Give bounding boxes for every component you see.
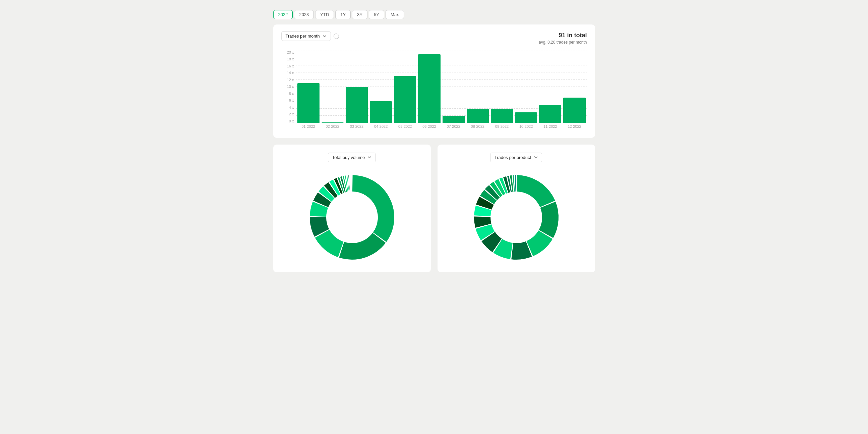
x-label: 09-2022 [491,123,513,131]
bar-col [515,51,537,123]
chart-total: 91 in total [539,31,587,39]
bar-col [321,51,344,123]
time-btn-ytd[interactable]: YTD [315,10,334,19]
x-label: 03-2022 [346,123,368,131]
y-label: 8 x [281,92,296,96]
donut-1-dropdown-label: Total buy volume [332,155,365,160]
donut-card-1: Total buy volume [273,145,431,272]
bar-col [394,51,416,123]
time-btn-max[interactable]: Max [385,10,404,19]
bar[interactable] [563,98,585,123]
bar[interactable] [491,108,513,123]
y-label: 4 x [281,106,296,109]
bar[interactable] [346,87,368,123]
x-label: 12-2022 [563,123,585,131]
bar-col [563,51,585,123]
bar-col [539,51,561,123]
donut-2-dropdown[interactable]: Trades per product [490,153,542,162]
y-label: 10 x [281,85,296,89]
info-icon[interactable]: i [334,34,339,39]
bar[interactable] [539,105,561,123]
main-container: 20222023YTD1Y3Y5YMax Trades per month i … [273,10,595,272]
x-label: 10-2022 [515,123,537,131]
bar[interactable] [298,83,319,123]
bar[interactable] [467,108,489,123]
time-btn-5y[interactable]: 5Y [369,10,384,19]
time-btn-2023[interactable]: 2023 [294,10,314,19]
bar-col [442,51,465,123]
donut-chart-1 [305,170,399,264]
y-label: 0 x [281,119,296,123]
chevron-down-icon [322,34,327,38]
bar-chart-card: Trades per month i 91 in total avg. 8.20… [273,25,595,138]
donut-chart-2 [469,170,563,264]
chart-summary: 91 in total avg. 8.20 trades per month [539,31,587,45]
y-label: 14 x [281,71,296,75]
donut-segment[interactable] [339,233,385,259]
bar[interactable] [515,112,537,123]
bar-col [418,51,440,123]
donut-card-2: Trades per product [437,145,595,272]
donut-2-dropdown-label: Trades per product [495,155,531,160]
donut-1-dropdown[interactable]: Total buy volume [328,153,376,162]
chevron-down-icon [367,155,371,159]
x-label: 05-2022 [394,123,416,131]
bar[interactable] [394,76,416,123]
y-label: 6 x [281,99,296,102]
x-label: 02-2022 [321,123,344,131]
x-labels: 01-202202-202203-202204-202205-202206-20… [296,123,587,131]
donut-1-header: Total buy volume [281,153,423,162]
x-label: 08-2022 [467,123,489,131]
donut-segment[interactable] [345,176,348,192]
time-btn-3y[interactable]: 3Y [352,10,367,19]
bar[interactable] [370,101,392,123]
chevron-down-icon [534,155,538,159]
chart-avg: avg. 8.20 trades per month [539,39,587,45]
bar-col [491,51,513,123]
donut-segment[interactable] [352,175,394,242]
bar-chart-dropdown[interactable]: Trades per month [281,31,331,41]
x-label: 06-2022 [418,123,440,131]
bar-chart-header: Trades per month i 91 in total avg. 8.20… [281,31,587,45]
y-label: 16 x [281,64,296,68]
y-axis: 0 x2 x4 x6 x8 x10 x12 x14 x16 x18 x20 x [281,51,296,123]
bar[interactable] [442,116,465,123]
y-label: 20 x [281,51,296,54]
x-label: 04-2022 [370,123,392,131]
y-label: 12 x [281,78,296,82]
x-label: 07-2022 [442,123,465,131]
bars-container: 01-202202-202203-202204-202205-202206-20… [296,51,587,131]
bars-row [296,51,587,123]
time-filter-row: 20222023YTD1Y3Y5YMax [273,10,595,19]
bar[interactable] [418,54,440,123]
donut-2-header: Trades per product [445,153,587,162]
donut-segment[interactable] [515,175,516,191]
y-label: 2 x [281,112,296,116]
donut-segment[interactable] [517,175,555,207]
time-btn-1y[interactable]: 1Y [335,10,351,19]
bar-col [298,51,319,123]
bar-col [346,51,368,123]
bar-chart-area: 0 x2 x4 x6 x8 x10 x12 x14 x16 x18 x20 x … [281,51,587,131]
bar-chart-dropdown-label: Trades per month [286,34,320,38]
bottom-charts: Total buy volume Trades per product [273,145,595,272]
x-label: 11-2022 [539,123,561,131]
bar-col [467,51,489,123]
x-label: 01-2022 [298,123,319,131]
y-label: 18 x [281,57,296,61]
time-btn-2022[interactable]: 2022 [273,10,293,19]
bar-col [370,51,392,123]
